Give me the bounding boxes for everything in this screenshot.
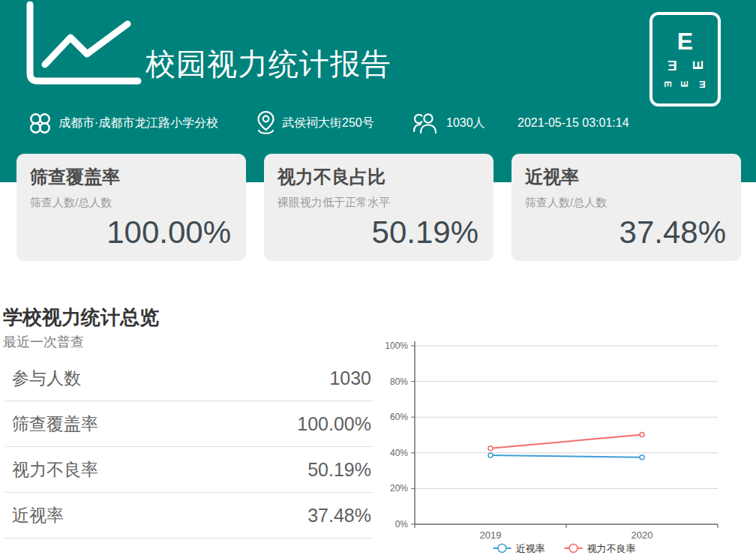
card-subtitle: 筛查人数/总人数 (30, 196, 232, 210)
row-value: 100.00% (297, 413, 371, 435)
table-row: 参与人数 1030 (4, 356, 373, 401)
school-name: 成都市·成都市龙江路小学分校 (58, 116, 218, 131)
svg-text:100%: 100% (385, 340, 408, 351)
tumbling-e-icon: E (668, 58, 677, 72)
row-value: 37.48% (308, 505, 371, 526)
overview-line-chart: 0%20%40%60%80%100%20192020近视率视力不良率 (379, 334, 756, 558)
svg-text:40%: 40% (390, 448, 408, 458)
card-subtitle: 筛查人数/总人数 (525, 196, 728, 210)
row-label: 视力不良率 (12, 458, 98, 482)
card-title: 筛查覆盖率 (30, 165, 232, 189)
overview-stat-table: 参与人数 1030 筛查覆盖率 100.00% 视力不良率 50.19% 近视率… (4, 356, 373, 538)
tumbling-e-icon: E (699, 80, 706, 88)
card-subtitle: 裸眼视力低于正常水平 (278, 196, 480, 210)
page-title: 校园视力统计报告 (146, 44, 392, 85)
tumbling-e-icon: E (677, 30, 693, 52)
student-count-item: 1030人 (412, 105, 485, 141)
location-pin-icon (256, 110, 275, 136)
tumbling-e-icon: E (664, 81, 673, 88)
svg-text:0%: 0% (395, 519, 409, 530)
report-timestamp: 2021-05-15 03:01:14 (518, 105, 629, 141)
card-poor-vision-ratio: 视力不良占比 裸眼视力低于正常水平 50.19% (264, 154, 494, 261)
table-row: 视力不良率 50.19% (4, 447, 373, 493)
card-screening-coverage: 筛查覆盖率 筛查人数/总人数 100.00% (16, 154, 246, 261)
address-item: 武侯祠大街250号 (256, 105, 374, 141)
school-name-item: 成都市·成都市龙江路小学分校 (28, 105, 218, 141)
card-value: 100.00% (106, 214, 231, 250)
svg-text:80%: 80% (390, 376, 408, 387)
row-value: 1030 (329, 368, 371, 389)
svg-text:20%: 20% (390, 483, 408, 494)
svg-text:近视率: 近视率 (516, 543, 545, 554)
svg-text:视力不良率: 视力不良率 (587, 543, 636, 554)
card-title: 近视率 (525, 165, 728, 189)
svg-text:60%: 60% (390, 412, 408, 422)
row-value: 50.19% (308, 459, 371, 481)
card-value: 50.19% (372, 214, 478, 250)
table-row: 近视率 37.48% (4, 493, 373, 538)
tumbling-e-icon: E (692, 61, 705, 70)
table-row: 筛查覆盖率 100.00% (4, 401, 373, 447)
row-label: 近视率 (12, 504, 64, 527)
tumbling-e-icon: E (680, 81, 689, 88)
line-chart-logo-icon (21, 2, 142, 87)
card-title: 视力不良占比 (278, 165, 480, 189)
row-label: 参与人数 (12, 367, 81, 390)
organization-icon (28, 112, 52, 135)
student-count: 1030人 (446, 116, 485, 131)
section-title: 学校视力统计总览 (3, 304, 159, 331)
vision-report-page: 校园视力统计报告 E E E E E E 成都市·成都 (0, 0, 756, 558)
people-icon (412, 112, 440, 134)
card-value: 37.48% (620, 214, 726, 250)
row-label: 筛查覆盖率 (12, 412, 98, 436)
address-text: 武侯祠大街250号 (282, 116, 374, 131)
card-myopia-rate: 近视率 筛查人数/总人数 37.48% (512, 154, 741, 261)
eye-chart-icon: E E E E E E (650, 12, 721, 106)
svg-text:2020: 2020 (632, 530, 653, 541)
svg-text:2019: 2019 (480, 530, 502, 541)
section-subtitle: 最近一次普查 (3, 333, 84, 351)
